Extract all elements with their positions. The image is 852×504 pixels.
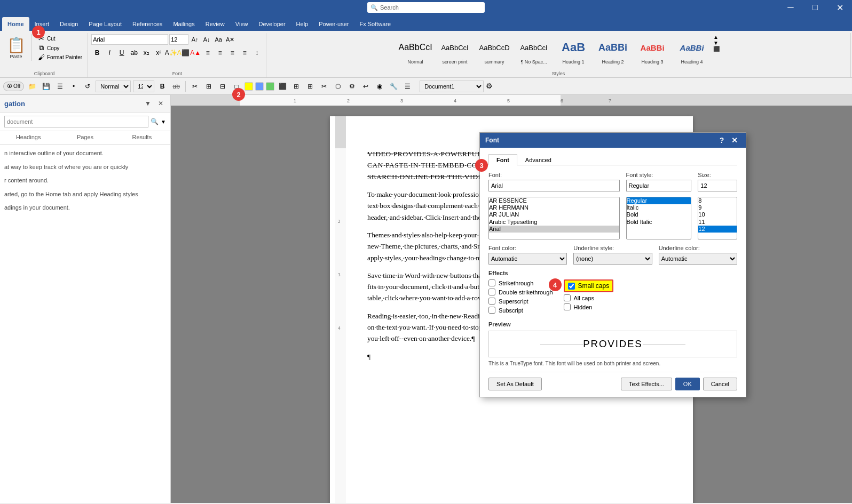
bold-sub-btn[interactable]: B [156, 81, 168, 92]
align-center-button[interactable]: ≡ [214, 47, 226, 59]
sub-btn-more1[interactable]: ⬛ [277, 81, 288, 92]
font-style-input[interactable] [626, 180, 692, 191]
minimize-button[interactable]: ─ [778, 0, 803, 15]
sub-btn-more8[interactable]: 🔧 [388, 81, 399, 92]
style-bold[interactable]: Bold [627, 211, 691, 218]
style-heading2[interactable]: AaBBi Heading 2 [594, 34, 632, 66]
cut-sub-btn[interactable]: ✂ [189, 81, 201, 92]
table-sub-btn[interactable]: ⊞ [203, 81, 215, 92]
sub-btn-more3[interactable]: ⊞ [304, 81, 316, 92]
tab-fx-software[interactable]: Fx Software [354, 17, 396, 31]
strikethrough-checkbox[interactable] [488, 279, 495, 286]
small-caps-checkbox[interactable] [568, 283, 575, 290]
dialog-close-button[interactable]: ✕ [729, 134, 740, 146]
change-case-button[interactable]: Aa [213, 34, 224, 45]
line-spacing-button[interactable]: ↕ [251, 47, 263, 59]
italic-button[interactable]: I [104, 47, 115, 59]
nav-search-icon[interactable]: 🔍 [151, 118, 159, 125]
font-family-input[interactable] [91, 34, 168, 45]
tab-design[interactable]: Design [54, 17, 83, 31]
subscript-button[interactable]: x₂ [140, 47, 152, 59]
dialog-help-button[interactable]: ? [716, 134, 728, 146]
bold-button[interactable]: B [91, 47, 103, 59]
style-regular[interactable]: Regular [627, 197, 691, 204]
underline-style-select[interactable]: (none) [573, 253, 652, 265]
tab-home[interactable]: Home [2, 17, 29, 31]
tab-developer[interactable]: Developer [253, 17, 290, 31]
sub-btn-more9[interactable]: ☰ [401, 81, 413, 92]
paste-button[interactable]: 📋 Paste [4, 34, 28, 61]
font-name-input[interactable] [488, 180, 620, 191]
nav-tab-headings[interactable]: Headings [0, 131, 57, 144]
nav-expand-button[interactable]: ▼ [143, 98, 153, 109]
settings-btn[interactable]: ⚙ [486, 82, 493, 90]
text-effects-button[interactable]: A✨ [165, 47, 177, 59]
font-color-button[interactable]: A▲ [190, 47, 201, 59]
tab-page-layout[interactable]: Page Layout [83, 17, 127, 31]
size-8[interactable]: 8 [698, 197, 737, 204]
font-option-arial[interactable]: Arial [489, 226, 619, 233]
grow-font-button[interactable]: A↑ [190, 34, 200, 45]
cancel-button[interactable]: Cancel [703, 378, 737, 390]
search-bar[interactable]: 🔍 Search [367, 2, 485, 13]
size-9[interactable]: 9 [698, 204, 737, 211]
hidden-checkbox[interactable] [564, 303, 571, 310]
ok-button[interactable]: OK [675, 378, 700, 390]
set-default-button[interactable]: Set As Default [488, 378, 542, 390]
color-sub-btn1[interactable] [244, 82, 253, 91]
style-no-space[interactable]: AaBbCcI ¶ No Spac... [515, 34, 553, 66]
font-option-ar-essence[interactable]: AR ESSENCE [489, 197, 619, 204]
shrink-font-button[interactable]: A↓ [201, 34, 212, 45]
tab-review[interactable]: Review [200, 17, 230, 31]
dialog-tab-font[interactable]: Font [488, 154, 517, 165]
font-color-select[interactable]: Automatic [488, 253, 567, 265]
style-normal[interactable]: AaBbCcI Normal [396, 34, 435, 66]
style-heading4[interactable]: AaBBi Heading 4 [673, 34, 711, 66]
copy-button[interactable]: ⧉ Copy [35, 43, 84, 53]
nav-close-button[interactable]: ✕ [155, 98, 166, 109]
style-italic[interactable]: Italic [627, 204, 691, 211]
color-sub-btn2[interactable] [255, 82, 264, 91]
sub-list-btn[interactable]: ☰ [54, 81, 66, 92]
align-left-button[interactable]: ≡ [202, 47, 214, 59]
font-size-list[interactable]: 8 9 10 11 12 [698, 197, 737, 239]
styles-scroll-up[interactable]: ▲ [713, 34, 720, 40]
font-size-selector[interactable]: 12 [133, 81, 154, 92]
size-12[interactable]: 12 [698, 226, 737, 233]
superscript-checkbox[interactable] [488, 298, 495, 305]
underline-color-select[interactable]: Automatic [659, 253, 737, 265]
sub-btn-undo[interactable]: ↩ [360, 81, 372, 92]
document-selector[interactable]: Document1 [420, 81, 484, 92]
close-button[interactable]: ✕ [827, 0, 852, 15]
sub-btn-more7[interactable]: ◉ [374, 81, 385, 92]
underline-button[interactable]: U [116, 47, 128, 59]
tracking-toggle[interactable]: ⦿ Off [3, 82, 24, 91]
text-effects-button[interactable]: Text Effects... [621, 378, 672, 390]
tab-help[interactable]: Help [291, 17, 314, 31]
highlight-button[interactable]: A⬛ [177, 47, 189, 59]
styles-scroll-down[interactable]: ▼ [713, 40, 720, 46]
style-screen-print[interactable]: AaBbCcI screen print [436, 34, 474, 66]
sub-btn-2[interactable]: 💾 [40, 81, 52, 92]
tab-view[interactable]: View [230, 17, 254, 31]
format-painter-button[interactable]: 🖌 Format Painter [35, 53, 84, 62]
strikethrough-button[interactable]: ab [128, 47, 140, 59]
double-strikethrough-checkbox[interactable] [488, 289, 495, 295]
font-option-arabic[interactable]: Arabic Typesetting [489, 219, 619, 226]
align-right-button[interactable]: ≡ [226, 47, 238, 59]
color-sub-btn3[interactable] [266, 82, 274, 91]
grid-sub-btn[interactable]: ⊟ [217, 81, 228, 92]
sub-btn-1[interactable]: 📁 [26, 81, 38, 92]
size-11[interactable]: 11 [698, 219, 737, 226]
size-10[interactable]: 10 [698, 211, 737, 218]
nav-tab-results[interactable]: Results [114, 131, 170, 144]
nav-search-options[interactable]: ▼ [161, 119, 166, 125]
nav-tab-pages[interactable]: Pages [57, 131, 113, 144]
sub-btn-more4[interactable]: ✂ [318, 81, 330, 92]
font-size-dialog-input[interactable] [698, 180, 737, 191]
style-selector[interactable]: Normal [96, 81, 131, 92]
style-summary[interactable]: AaBbCcD summary [475, 34, 514, 66]
superscript-button[interactable]: x² [153, 47, 164, 59]
format-sub-btn[interactable]: ab [170, 81, 182, 92]
style-heading1[interactable]: AaB Heading 1 [554, 34, 593, 66]
